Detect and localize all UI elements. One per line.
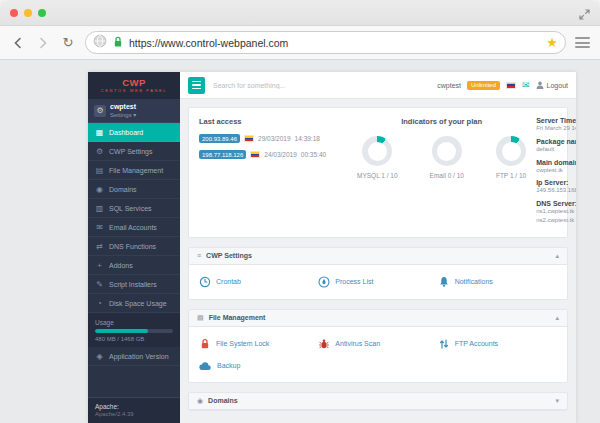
sidebar-item-label: Application Version	[109, 353, 169, 360]
collapse-chevron-icon[interactable]: ▴	[555, 314, 559, 322]
sidebar-item-addons[interactable]: + Addons	[88, 256, 180, 275]
indicators-title: Indicators of your plan	[357, 117, 526, 126]
crontab-link[interactable]: Crontab	[199, 276, 318, 288]
sidebar: CWP CENTOS WEB PANEL ⚙ cwptest Settings …	[88, 72, 180, 423]
sidebar-item-label: CWP Settings	[109, 148, 152, 155]
sidebar-item-label: SQL Services	[109, 205, 152, 212]
reload-button[interactable]: ↻	[60, 35, 76, 51]
sidebar-item-file-management[interactable]: ▤ File Management	[88, 161, 180, 180]
cwp-settings-card-header[interactable]: ≡ CWP Settings ▴	[189, 248, 567, 265]
sidebar-item-cwp-settings[interactable]: ⚙ CWP Settings	[88, 142, 180, 161]
sidebar-item-sql-services[interactable]: ▥ SQL Services	[88, 199, 180, 218]
apache-version: Apache/2.4.39	[95, 411, 173, 417]
usage-block: Usage 480 MB / 1468 GB	[88, 313, 180, 347]
folder-icon: ▤	[197, 314, 204, 322]
sidebar-item-label: DNS Functions	[109, 243, 156, 250]
address-bar[interactable]: https://www.control-webpanel.com ★	[85, 31, 566, 54]
ftp-accounts-link[interactable]: FTP Accounts	[438, 338, 557, 350]
dns-icon: ⇄	[95, 242, 104, 251]
close-window-button[interactable]	[10, 9, 18, 17]
sidebar-item-domains[interactable]: ◉ Domains	[88, 180, 180, 199]
sidebar-user[interactable]: ⚙ cwptest Settings ▾	[88, 99, 180, 123]
ftp-transfer-icon	[438, 338, 450, 350]
user-avatar: ⚙	[94, 105, 106, 117]
ip-badge: 198.77.118.126	[199, 150, 246, 159]
access-time: 14:39:18	[295, 135, 320, 142]
file-management-card: ▤ File Management ▴ File System Lock	[188, 309, 568, 383]
cloud-icon	[199, 361, 212, 371]
minimize-window-button[interactable]	[24, 9, 32, 17]
folder-icon: ▤	[95, 166, 104, 175]
mysql-usage-donut: MYSQL 1 / 10	[357, 136, 398, 179]
server-info-block: Server Time: Fri March 29 14:39:29 UTC 2…	[536, 117, 576, 225]
process-list-link[interactable]: Process List	[318, 276, 437, 288]
browser-menu-icon[interactable]	[575, 35, 590, 51]
last-access-title: Last access	[199, 117, 347, 126]
browser-navbar: ↻ https://www.control-webpanel.com ★	[0, 26, 600, 60]
expand-icon[interactable]	[579, 6, 590, 24]
dashboard-content: Last access 200.93.89.46 29/03/2019 14:3…	[180, 99, 576, 423]
language-flag-icon[interactable]	[506, 82, 516, 89]
mail-icon: ✉	[95, 223, 104, 232]
cwp-logo: CWP CENTOS WEB PANEL	[88, 72, 180, 99]
sidebar-item-label: Disk Space Usage	[109, 300, 167, 307]
last-access-row: 198.77.118.126 24/03/2019 00:35:40	[199, 150, 347, 159]
file-system-lock-link[interactable]: File System Lock	[199, 338, 318, 350]
last-access-block: Last access 200.93.89.46 29/03/2019 14:3…	[199, 117, 347, 225]
server-time-label: Server Time:	[536, 117, 576, 124]
sidebar-item-application-version[interactable]: ◈ Application Version	[88, 347, 180, 366]
page-background: CWP CENTOS WEB PANEL ⚙ cwptest Settings …	[0, 60, 600, 423]
apache-label: Apache:	[95, 403, 173, 410]
version-icon: ◈	[95, 352, 104, 361]
domains-card-header[interactable]: ◉ Domains ▾	[189, 393, 567, 410]
dns-server-value2: ns2.cwptest.tk	[536, 217, 576, 225]
url-text[interactable]: https://www.control-webpanel.com	[129, 37, 540, 49]
sidebar-item-disk-space-usage[interactable]: ◔ Disk Space Usage	[88, 294, 180, 313]
country-flag-icon	[244, 135, 254, 142]
cwp-panel: CWP CENTOS WEB PANEL ⚙ cwptest Settings …	[88, 72, 576, 423]
lock-icon	[199, 338, 211, 350]
dns-server-label: DNS Server:	[536, 200, 576, 207]
bookmark-star-icon[interactable]: ★	[546, 36, 558, 49]
logout-button[interactable]: Logout	[536, 81, 568, 89]
logo-subtitle: CENTOS WEB PANEL	[101, 88, 167, 93]
file-management-card-header[interactable]: ▤ File Management ▴	[189, 310, 567, 327]
usage-label: Usage	[95, 319, 173, 326]
site-globe-icon	[93, 34, 107, 52]
sidebar-item-dashboard[interactable]: ▦ Dashboard	[88, 123, 180, 142]
package-name-label: Package name:	[536, 138, 576, 145]
collapse-chevron-icon[interactable]: ▴	[555, 252, 559, 260]
plan-badge: Unlimited	[467, 81, 500, 90]
sidebar-item-label: Dashboard	[109, 129, 143, 136]
sidebar-item-email-accounts[interactable]: ✉ Email Accounts	[88, 218, 180, 237]
messages-icon[interactable]: ✉	[522, 81, 530, 90]
cwp-settings-card: ≡ CWP Settings ▴ Crontab Process Li	[188, 247, 568, 300]
antivirus-scan-link[interactable]: Antivirus Scan	[318, 338, 437, 350]
access-date: 29/03/2019	[258, 135, 291, 142]
main-domain-value: cwptest.tk	[536, 167, 576, 175]
search-input[interactable]	[213, 82, 429, 89]
globe-icon: ◉	[95, 185, 104, 194]
sidebar-item-dns-functions[interactable]: ⇄ DNS Functions	[88, 237, 180, 256]
notifications-link[interactable]: Notifications	[438, 276, 557, 288]
sidebar-toggle-button[interactable]	[188, 77, 205, 94]
zoom-window-button[interactable]	[38, 9, 46, 17]
country-flag-icon	[250, 151, 260, 158]
back-button[interactable]	[10, 35, 26, 51]
sidebar-user-settings[interactable]: Settings ▾	[110, 111, 136, 118]
header-username: cwptest	[437, 82, 461, 89]
database-icon: ▥	[95, 204, 104, 213]
sidebar-item-script-installers[interactable]: ✎ Script Installers	[88, 275, 180, 294]
backup-link[interactable]: Backup	[199, 361, 318, 371]
user-icon	[536, 81, 544, 89]
plus-icon: +	[95, 261, 104, 270]
usage-progress-bar	[95, 329, 173, 333]
gear-icon: ⚙	[95, 147, 104, 156]
collapse-chevron-icon[interactable]: ▾	[555, 397, 559, 405]
sidebar-item-label: Script Installers	[109, 281, 157, 288]
bug-icon	[318, 338, 330, 350]
https-lock-icon	[113, 34, 123, 52]
bell-icon	[438, 276, 450, 288]
forward-button[interactable]	[35, 35, 51, 51]
sidebar-item-label: File Management	[109, 167, 163, 174]
